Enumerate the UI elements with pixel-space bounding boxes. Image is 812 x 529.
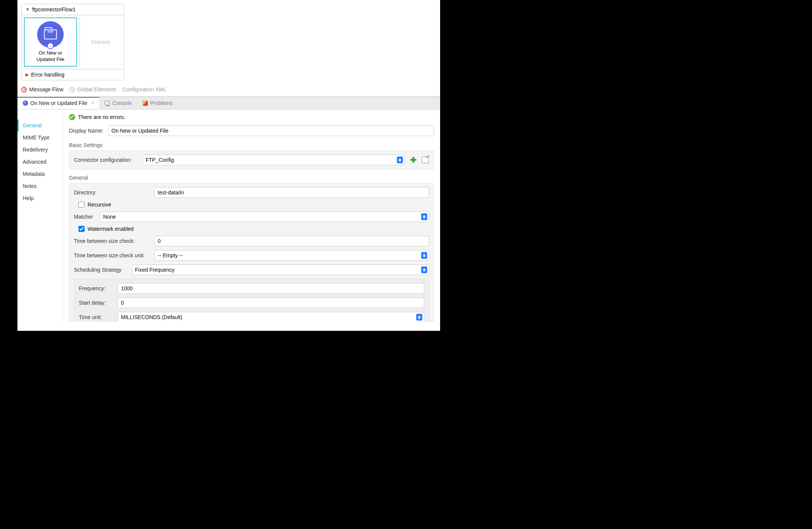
frequency-input[interactable] bbox=[118, 283, 424, 294]
properties-sidebar: General MIME Type Redelivery Advanced Me… bbox=[17, 110, 63, 322]
dropdown-icon bbox=[421, 266, 427, 273]
basic-settings-group: Connector configuration: FTP_Config ✚ bbox=[69, 150, 434, 169]
dropdown-icon bbox=[416, 314, 422, 321]
scheduling-nested-group: Frequency: Start delay: Time unit: MILLI… bbox=[74, 279, 429, 322]
tab-message-flow[interactable]: ✕ Message Flow bbox=[21, 86, 63, 92]
process-drop-zone[interactable]: Process bbox=[79, 18, 122, 66]
watermark-label: Watermark enabled bbox=[88, 226, 134, 232]
edit-config-button[interactable] bbox=[422, 156, 429, 164]
arrow-badge-icon: → bbox=[47, 42, 54, 49]
time-unit-label: Time unit: bbox=[79, 314, 113, 320]
flow-name: ftpconnectorFlow1 bbox=[32, 6, 75, 13]
tab-console[interactable]: Console bbox=[99, 97, 137, 109]
editor-tab-bar: On New or Updated File × Console Problem… bbox=[17, 97, 440, 110]
tab-configuration-xml[interactable]: Configuration XML bbox=[122, 86, 166, 92]
ftp-icon: FTP → bbox=[37, 21, 64, 48]
check-icon bbox=[69, 114, 75, 120]
status-text: There are no errors. bbox=[78, 114, 125, 120]
scheduling-select[interactable]: Fixed Frequency bbox=[132, 264, 429, 275]
frequency-label: Frequency: bbox=[79, 285, 113, 291]
directory-label: Directory: bbox=[74, 189, 150, 196]
error-handling-label: Error handling bbox=[31, 72, 64, 78]
canvas-tabs: ✕ Message Flow ✕ Global Elements Configu… bbox=[17, 84, 440, 97]
directory-input[interactable] bbox=[154, 187, 429, 198]
tab-problems[interactable]: Problems bbox=[137, 97, 178, 109]
sidebar-item-notes[interactable]: Notes bbox=[17, 180, 63, 192]
start-delay-input[interactable] bbox=[118, 297, 424, 308]
node-label: On New or Updated File bbox=[26, 50, 75, 63]
connector-config-select[interactable]: FTP_Config bbox=[142, 155, 405, 165]
dropdown-icon bbox=[421, 213, 427, 220]
time-size-check-input[interactable] bbox=[154, 236, 429, 246]
basic-settings-title: Basic Settings bbox=[69, 142, 434, 148]
dropdown-icon bbox=[421, 252, 427, 259]
time-size-unit-select[interactable]: -- Empty -- bbox=[154, 250, 429, 261]
flow-canvas[interactable]: ▼ ftpconnectorFlow1 FTP → On New or Upda… bbox=[17, 0, 440, 84]
sidebar-item-help[interactable]: Help bbox=[17, 192, 63, 204]
display-name-label: Display Name: bbox=[69, 128, 103, 134]
tab-on-new-or-updated-file[interactable]: On New or Updated File × bbox=[17, 97, 99, 109]
properties-panel: General MIME Type Redelivery Advanced Me… bbox=[17, 110, 440, 322]
file-icon bbox=[23, 100, 28, 106]
time-unit-select[interactable]: MILLISECONDS (Default) bbox=[118, 312, 424, 322]
flow-header[interactable]: ▼ ftpconnectorFlow1 bbox=[22, 4, 124, 15]
matcher-label: Matcher bbox=[74, 214, 95, 220]
close-icon: ✕ bbox=[21, 87, 27, 92]
ftp-source-node[interactable]: FTP → On New or Updated File bbox=[24, 17, 77, 67]
problems-icon bbox=[143, 100, 148, 106]
start-delay-label: Start delay: bbox=[79, 300, 113, 306]
sidebar-item-metadata[interactable]: Metadata bbox=[17, 168, 63, 180]
error-handling-section[interactable]: ▶ Error handling bbox=[22, 69, 124, 80]
add-config-button[interactable]: ✚ bbox=[409, 156, 417, 164]
time-size-unit-label: Time between size check unit: bbox=[74, 252, 150, 258]
general-group-title: General bbox=[69, 175, 434, 181]
edit-icon bbox=[422, 157, 429, 163]
sidebar-item-redelivery[interactable]: Redelivery bbox=[17, 144, 63, 156]
scheduling-label: Scheduling Strategy bbox=[74, 267, 127, 273]
console-icon bbox=[105, 101, 110, 105]
properties-content: There are no errors. Display Name: Basic… bbox=[63, 110, 440, 322]
close-icon: ✕ bbox=[69, 87, 75, 92]
plus-icon: ✚ bbox=[410, 155, 417, 164]
connector-config-label: Connector configuration: bbox=[74, 157, 138, 163]
status-row: There are no errors. bbox=[69, 114, 434, 120]
time-size-check-label: Time between size check: bbox=[74, 238, 150, 244]
app-window: ▼ ftpconnectorFlow1 FTP → On New or Upda… bbox=[17, 0, 440, 331]
sidebar-item-advanced[interactable]: Advanced bbox=[17, 156, 63, 168]
dropdown-icon bbox=[397, 157, 403, 163]
display-name-input[interactable] bbox=[108, 125, 434, 136]
sidebar-item-general[interactable]: General bbox=[17, 119, 63, 131]
tab-global-elements[interactable]: ✕ Global Elements bbox=[69, 86, 116, 92]
flow-body: FTP → On New or Updated File Process bbox=[22, 15, 124, 69]
display-name-row: Display Name: bbox=[69, 125, 434, 136]
flow-container[interactable]: ▼ ftpconnectorFlow1 FTP → On New or Upda… bbox=[21, 4, 124, 80]
general-group: Directory: Recursive Matcher None Wa bbox=[69, 183, 434, 322]
close-tab-icon[interactable]: × bbox=[91, 100, 94, 106]
watermark-checkbox[interactable] bbox=[78, 226, 85, 232]
sidebar-item-mime-type[interactable]: MIME Type bbox=[17, 131, 63, 144]
expand-icon[interactable]: ▶ bbox=[25, 72, 29, 77]
matcher-select[interactable]: None bbox=[100, 211, 429, 222]
recursive-checkbox[interactable] bbox=[78, 202, 85, 208]
collapse-icon[interactable]: ▼ bbox=[25, 7, 30, 12]
recursive-label: Recursive bbox=[88, 202, 111, 208]
